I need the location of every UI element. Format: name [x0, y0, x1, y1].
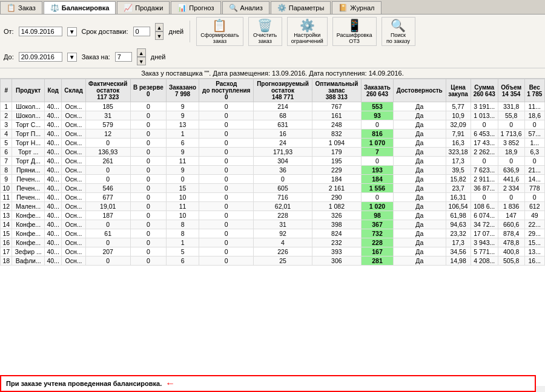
table-cell: Осн... — [62, 220, 85, 229]
table-container[interactable]: # Продукт Код Склад Фактическийостаток11… — [0, 79, 545, 386]
table-cell: 0 — [130, 193, 166, 202]
table-cell: 16 — [254, 129, 312, 139]
calc-ote-button[interactable]: 📱 РасшифровкаОТЗ — [332, 17, 377, 46]
table-row[interactable]: 15Конфе...40...Осн...6108092824732Да23,3… — [1, 229, 545, 238]
table-cell: 228 — [361, 238, 393, 247]
table-cell: Шокол... — [12, 111, 44, 120]
from-date-input[interactable] — [19, 27, 62, 36]
table-cell: Конфе... — [12, 220, 44, 229]
tab-order[interactable]: 📋 Заказ — [0, 1, 42, 14]
tab-analysis[interactable]: 🔍 Анализ — [222, 1, 269, 14]
table-row[interactable]: 6Торт ...40...Осн...136,93090171,931797Д… — [1, 148, 545, 157]
table-row[interactable]: 17Зефир ...40...Осн...207050226393167Да3… — [1, 247, 545, 256]
table-cell: 14... — [524, 175, 544, 184]
table-cell: Осн... — [62, 129, 85, 139]
tab-params[interactable]: ⚙️ Параметры — [271, 1, 331, 14]
col-optimal-stock: Оптимальныйзапас388 313 — [312, 79, 361, 102]
table-cell: 0 — [471, 120, 498, 129]
table-row[interactable]: 3Торт С...40...Осн...57901306312480Да32,… — [1, 120, 545, 129]
table-cell: Да — [394, 211, 446, 220]
delivery-spin-down[interactable]: ▼ — [155, 31, 164, 40]
col-product: Продукт — [12, 79, 44, 102]
to-date-input[interactable] — [19, 52, 62, 62]
table-cell: 8 — [1, 166, 12, 175]
form-order-button[interactable]: 📋 Сформироватьзаказ — [196, 17, 243, 46]
table-row[interactable]: 18Вафли...40...Осн...006025306281Да14,98… — [1, 256, 545, 266]
table-cell: 0 — [130, 211, 166, 220]
table-cell: Осн... — [62, 211, 85, 220]
table-cell: Торт ... — [12, 148, 44, 157]
table-cell: 57... — [524, 129, 544, 139]
table-cell: 1 — [1, 102, 12, 111]
table-cell: 7,91 — [446, 129, 471, 139]
from-date-dropdown[interactable]: ▼ — [67, 27, 77, 36]
table-cell: 23,7 — [446, 184, 471, 193]
table-row[interactable]: 13Конфе...40...Осн...187010022832698Да61… — [1, 211, 545, 220]
search-button[interactable]: 🔍 Поискпо заказу — [382, 17, 415, 46]
col-warehouse: Склад — [62, 79, 85, 102]
table-cell: 2 262... — [471, 148, 498, 157]
table-cell: 0 — [199, 139, 254, 148]
table-cell: 40... — [44, 102, 62, 111]
table-cell: Зефир ... — [12, 247, 44, 256]
settings-button[interactable]: ⚙️ Настройкиограничений — [287, 17, 328, 46]
table-cell: Осн... — [62, 247, 85, 256]
table-cell: 232 — [312, 238, 361, 247]
table-cell: 184 — [361, 175, 393, 184]
table-cell: Осн... — [62, 111, 85, 120]
delivery-input[interactable] — [133, 27, 150, 36]
table-cell: 1 094 — [312, 139, 361, 148]
tab-sales[interactable]: 📈 Продажи — [117, 1, 170, 14]
col-price: Ценазакупа — [446, 79, 471, 102]
table-cell: 0 — [199, 166, 254, 175]
table-row[interactable]: 2Шокол...40...Осн...310906816193Да10,91 … — [1, 111, 545, 120]
table-row[interactable]: 1Шокол...40...Осн...185090214767553Да5,7… — [1, 102, 545, 111]
table-cell: Да — [394, 220, 446, 229]
table-cell: 0 — [524, 157, 544, 166]
table-row[interactable]: 16Конфе...40...Осн...00104232228Да17,33 … — [1, 238, 545, 247]
delivery-spin-up[interactable]: ▲ — [155, 23, 164, 31]
tab-journal[interactable]: 📔 Журнал — [332, 1, 381, 14]
table-cell: Шокол... — [12, 102, 44, 111]
order-on-spin-up[interactable]: ▲ — [137, 48, 146, 57]
table-row[interactable]: 14Конфе...40...Осн...008031398367Да94,63… — [1, 220, 545, 229]
table-cell: Печен... — [12, 193, 44, 202]
table-row[interactable]: 10Печен...40...Осн...54601506052 1611 55… — [1, 184, 545, 193]
table-cell: 10,9 — [446, 111, 471, 120]
table-row[interactable]: 7Торт Д...40...Осн...26101103041950Да17,… — [1, 157, 545, 166]
table-row[interactable]: 5Торт Н...40...Осн...0060241 0941 070Да1… — [1, 139, 545, 148]
table-row[interactable]: 11Печен...40...Осн...67701007162900Да16,… — [1, 193, 545, 202]
table-cell: 14 — [1, 220, 12, 229]
from-label: От: — [4, 28, 14, 35]
order-on-spin-down[interactable]: ▼ — [137, 57, 146, 65]
table-cell: 0 — [199, 102, 254, 111]
toolbar-row2: До: ▼ Заказ на: ▲ ▼ дней — [4, 48, 541, 65]
table-cell: 13 — [166, 120, 199, 129]
table-cell: 14,98 — [446, 256, 471, 266]
to-date-dropdown[interactable]: ▼ — [67, 53, 77, 62]
table-cell: 0 — [498, 193, 524, 202]
table-row[interactable]: 12Мален...40...Осн...19,01011062,011 082… — [1, 202, 545, 211]
table-cell: 0 — [130, 256, 166, 266]
table-cell: 40... — [44, 256, 62, 266]
tab-balance[interactable]: ⚖️ Балансировка — [44, 1, 116, 14]
table-cell: 12 — [85, 129, 130, 139]
table-cell: 9 — [166, 166, 199, 175]
table-cell: 1 020 — [361, 202, 393, 211]
table-row[interactable]: 9Печен...40...Осн...00000184184Да15,822 … — [1, 175, 545, 184]
table-row[interactable]: 8Пряни...40...Осн...009036229193Да39,57 … — [1, 166, 545, 175]
table-cell: 40... — [44, 211, 62, 220]
table-cell: Мален... — [12, 202, 44, 211]
tab-forecast[interactable]: 📊 Прогноз — [171, 1, 220, 14]
table-cell: Да — [394, 120, 446, 129]
order-on-input[interactable] — [115, 52, 132, 62]
table-row[interactable]: 4Торт П...40...Осн...1201016832816Да7,91… — [1, 129, 545, 139]
table-cell: 15 — [1, 229, 12, 238]
col-actual-stock: Фактическийостаток117 323 — [85, 79, 130, 102]
table-cell: 23,32 — [446, 229, 471, 238]
table-cell: 18,9 — [498, 148, 524, 157]
table-cell: 5 — [1, 139, 12, 148]
clear-order-button[interactable]: 🗑️ Очиститьзаказ — [248, 17, 282, 46]
table-cell: 32,09 — [446, 120, 471, 129]
table-cell: 13 — [1, 211, 12, 220]
